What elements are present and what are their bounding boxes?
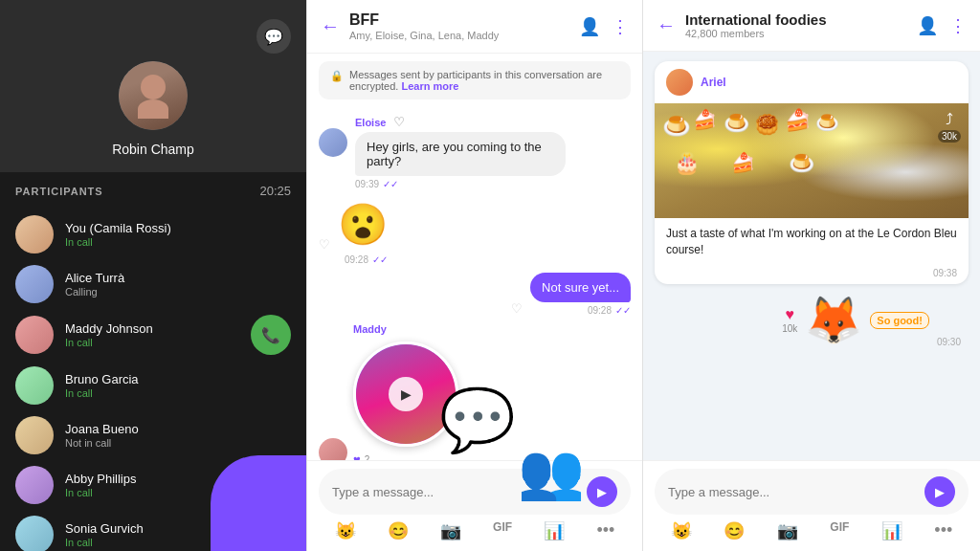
video-message-content: Maddy ▶ 💬 ♥ 2 (353, 323, 458, 460)
participant-status: In call (65, 337, 251, 348)
like-button[interactable]: ♡ (393, 115, 405, 129)
food-image-like: ⤴ 30k (938, 111, 961, 143)
like-count: 30k (938, 130, 961, 143)
more-options-right-icon[interactable]: ⋮ (949, 15, 967, 36)
fox-sticker: 🦊 (805, 294, 862, 347)
ariel-avatar (666, 69, 693, 96)
camera-icon[interactable]: 📷 (440, 520, 461, 541)
right-message-input[interactable] (668, 485, 917, 499)
participant-info: You (Camila Rossi) In call (65, 221, 291, 248)
participant-info: Bruno Garcia In call (65, 372, 291, 399)
food-card: Ariel 🍮 🍰 🍮 🥮 🍰 🍮 🎂 🍰 🍮 ⤴ 30k (655, 61, 969, 284)
right-sticker-icon[interactable]: 😺 (671, 520, 692, 541)
dessert-emoji-7: 🎂 (674, 151, 700, 176)
participant-item[interactable]: Maddy Johnson In call 📞 (15, 309, 291, 361)
sender-name: Eloise ♡ (355, 115, 566, 129)
right-camera-icon[interactable]: 📷 (777, 520, 798, 541)
participant-status: Not in call (65, 437, 291, 449)
share-icon[interactable]: ⤴ (946, 111, 953, 128)
dessert-emoji-3: 🍮 (724, 111, 749, 136)
participant-info: Sonia Gurvich In call (65, 521, 291, 548)
participant-item[interactable]: You (Camila Rossi) In call (15, 209, 291, 259)
right-header-icons: 👤 ⋮ (917, 15, 967, 36)
right-emoji-icon[interactable]: 😊 (724, 520, 745, 541)
participant-item[interactable]: Bruno Garcia In call (15, 361, 291, 410)
audio-icon[interactable]: 📊 (544, 520, 565, 541)
emoji-icon[interactable]: 😊 (388, 520, 409, 541)
participants-section: PARTICIPANTS 20:25 You (Camila Rossi) In… (0, 172, 306, 551)
chat-input-area: ▶ 😺 😊 📷 GIF 📊 ••• (307, 460, 642, 551)
right-audio-icon[interactable]: 📊 (881, 520, 902, 541)
sent-bubble: Not sure yet... (530, 273, 631, 302)
more-icon[interactable]: ••• (596, 520, 614, 541)
right-chat-subtitle: 42,800 members (685, 28, 917, 39)
call-button[interactable]: 📞 (251, 315, 291, 355)
participant-item[interactable]: Sonia Gurvich In call (15, 510, 291, 551)
participant-status: In call (65, 236, 291, 248)
learn-more-link[interactable]: Learn more (401, 80, 458, 92)
participant-status: In call (65, 537, 291, 548)
emoji-message-row: ♡ 😮 09:28 ✓✓ (319, 197, 631, 265)
chat-title: BFF (349, 11, 579, 29)
add-member-icon[interactable]: 👤 (917, 15, 938, 36)
group-emoji: 👥 (518, 440, 585, 460)
heart-reaction[interactable]: ♥ (353, 452, 361, 460)
call-header: 💬 Robin Champ (0, 0, 306, 172)
host-avatar (119, 61, 188, 130)
header-icons: 👤 ⋮ (579, 16, 629, 37)
like-button[interactable]: ♡ (319, 237, 330, 252)
participant-item[interactable]: Alice Turrà Calling (15, 259, 291, 309)
message-content: Eloise ♡ Hey girls, are you coming to th… (355, 115, 566, 189)
message-meta: 09:28 ✓✓ (345, 254, 388, 265)
lock-icon: 🔒 (330, 70, 344, 82)
participant-name: Abby Phillips (65, 472, 291, 486)
left-panel: 💬 Robin Champ PARTICIPANTS 20:25 You (Ca… (0, 0, 306, 551)
participant-info: Abby Phillips In call (65, 472, 291, 498)
play-button[interactable]: ▶ (389, 377, 423, 411)
read-receipt: ✓✓ (615, 305, 631, 316)
participant-avatar (15, 516, 54, 551)
heart-icon[interactable]: ♥ (786, 306, 795, 323)
participant-item[interactable]: Joana Bueno Not in call (15, 410, 291, 460)
food-card-header: Ariel (655, 61, 969, 103)
encryption-notice: 🔒 Messages sent by participants in this … (319, 61, 631, 99)
add-participant-icon[interactable]: 👤 (579, 16, 600, 37)
chat-icon: 💬 (264, 28, 283, 46)
back-button-right[interactable]: ← (657, 14, 676, 36)
emoji-bubble: 😮 (338, 197, 388, 252)
sticker-time: 09:30 (937, 337, 961, 347)
so-good-sticker: So good! (870, 312, 929, 329)
host-name: Robin Champ (112, 142, 194, 157)
like-button[interactable]: ♡ (511, 301, 523, 316)
right-header-info: International foodies 42,800 members (685, 11, 917, 39)
right-gif-icon[interactable]: GIF (830, 520, 849, 541)
participant-item[interactable]: Abby Phillips In call (15, 460, 291, 510)
right-chat-title: International foodies (685, 11, 917, 28)
food-text-bubble: Just a taste of what I'm working on at t… (655, 218, 969, 266)
dessert-emoji-5: 🍰 (785, 108, 811, 133)
gif-icon[interactable]: GIF (493, 520, 512, 541)
right-more-icon[interactable]: ••• (934, 520, 952, 541)
message-bubble: Hey girls, are you coming to the party? (355, 132, 566, 176)
dessert-emoji-9: 🍮 (789, 151, 814, 176)
back-button[interactable]: ← (321, 15, 340, 37)
participant-name: Sonia Gurvich (65, 521, 291, 536)
participant-info: Joana Bueno Not in call (65, 422, 291, 449)
dessert-emoji-1: 🍮 (662, 113, 691, 140)
participant-avatar (15, 466, 54, 504)
participant-avatar (15, 316, 54, 354)
right-send-button[interactable]: ▶ (924, 476, 955, 507)
sticker-like-count: 10k (782, 323, 797, 334)
read-receipt: ✓✓ (383, 179, 398, 189)
chat-header: ← BFF Amy, Eloise, Gina, Lena, Maddy 👤 ⋮ (307, 0, 642, 54)
right-messages: Ariel 🍮 🍰 🍮 🥮 🍰 🍮 🎂 🍰 🍮 ⤴ 30k (643, 52, 980, 460)
call-timer: 20:25 (259, 184, 291, 198)
participant-status: In call (65, 387, 291, 399)
sticker-like-group: ♥ 10k (782, 306, 797, 334)
sent-message: Not sure yet... 09:28 ✓✓ (530, 273, 631, 316)
sticker-icon[interactable]: 😺 (335, 520, 356, 541)
more-options-icon[interactable]: ⋮ (612, 16, 629, 37)
participant-status: Calling (65, 286, 291, 298)
chat-icon-button[interactable]: 💬 (256, 19, 291, 54)
send-button[interactable]: ▶ (587, 476, 617, 507)
